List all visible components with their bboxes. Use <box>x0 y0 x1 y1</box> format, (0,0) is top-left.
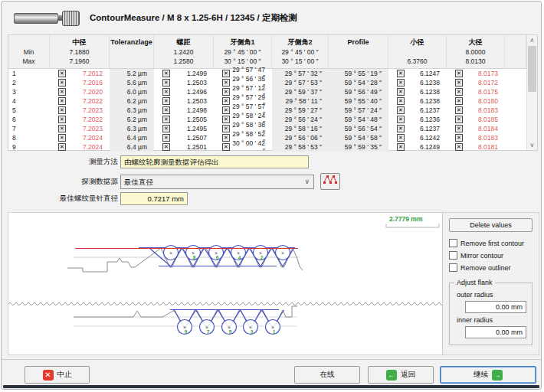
column-limit <box>110 57 153 66</box>
checked-checkbox-icon[interactable]: ✕ <box>222 143 230 151</box>
checked-checkbox-icon[interactable]: ✕ <box>397 79 405 87</box>
column-header[interactable]: 小径6.3760 <box>388 35 447 69</box>
checked-checkbox-icon[interactable]: ✕ <box>455 97 463 105</box>
wire-diameter-field[interactable]: 0.7217 mm <box>120 192 188 205</box>
table-row[interactable]: 9✕7.20246.4 µm✕1.2501✕30 ° 00 ' 42 ″29 °… <box>8 142 526 152</box>
checked-checkbox-icon[interactable]: ✕ <box>58 97 66 105</box>
table-cell: ✕6.1247 <box>388 69 447 78</box>
mirror-contour-checkbox[interactable]: Mirror contour <box>449 251 533 260</box>
checked-checkbox-icon[interactable]: ✕ <box>222 79 230 87</box>
delete-values-button[interactable]: Delete values <box>449 218 533 232</box>
probe-source-dropdown[interactable]: 最佳直径∨ <box>120 175 314 189</box>
checked-checkbox-icon[interactable]: ✕ <box>58 125 66 132</box>
column-header[interactable]: 牙侧角229 ° 45 ' 00 ″30 ° 15 ' 00 ″ <box>272 35 329 69</box>
checked-checkbox-icon[interactable]: ✕ <box>162 79 170 87</box>
checked-checkbox-icon[interactable]: ✕ <box>455 143 463 151</box>
checked-checkbox-icon[interactable]: ✕ <box>222 97 230 105</box>
online-button[interactable]: 在线 <box>294 366 360 384</box>
checked-checkbox-icon[interactable]: ✕ <box>58 88 66 96</box>
row-number: 2 <box>8 79 16 87</box>
wire-number-label: 1 <box>273 329 276 335</box>
probe-visualization-button[interactable] <box>320 173 340 190</box>
measurement-method-field[interactable]: 由螺纹轮廓测量数据评估得出 <box>120 155 309 168</box>
checked-checkbox-icon[interactable]: ✕ <box>58 79 66 87</box>
checked-checkbox-icon[interactable]: ✕ <box>222 116 230 123</box>
checked-checkbox-icon[interactable]: ✕ <box>162 116 170 123</box>
checked-checkbox-icon[interactable]: ✕ <box>58 143 66 151</box>
column-title: 牙侧角1 <box>214 38 271 47</box>
chevron-down-icon: ∨ <box>304 175 310 188</box>
cell-value: 1.2499 <box>170 70 214 77</box>
column-header[interactable]: 中径7.18807.1960 <box>50 35 110 69</box>
outer-radius-input[interactable]: 0.00 mm <box>465 301 526 313</box>
table-cell: 29 ° 57 ' 53 ″ <box>272 78 329 87</box>
cell-value: 6.3 µm <box>110 125 154 132</box>
back-button[interactable]: ←返回 <box>368 366 434 384</box>
dimension-bracket <box>386 224 439 227</box>
column-title: Toleranzlage <box>110 38 153 47</box>
scroll-up-icon[interactable]: ∧ <box>527 35 537 45</box>
checked-checkbox-icon[interactable]: ✕ <box>455 116 463 123</box>
table-cell: 6.4 µm <box>110 133 154 142</box>
checked-checkbox-icon[interactable]: ✕ <box>455 106 463 114</box>
column-header[interactable]: Profile <box>329 35 388 69</box>
checked-checkbox-icon[interactable]: ✕ <box>58 106 66 114</box>
checked-checkbox-icon[interactable]: ✕ <box>397 116 405 123</box>
cell-value: 7.2022 <box>66 116 110 123</box>
table-cell: 29 ° 56 ' 24 ″ <box>272 115 329 124</box>
table-cell: ✕8.0180 <box>447 96 505 106</box>
checked-checkbox-icon[interactable]: ✕ <box>58 70 66 77</box>
checked-checkbox-icon[interactable]: ✕ <box>397 88 405 96</box>
column-title: 中径 <box>50 38 109 47</box>
checked-checkbox-icon[interactable]: ✕ <box>222 134 230 142</box>
table-cell: 4 <box>8 96 50 106</box>
scroll-down-icon[interactable]: ∨ <box>527 140 537 150</box>
checked-checkbox-icon[interactable]: ✕ <box>455 88 463 96</box>
cell-value: 6.1238 <box>405 97 447 105</box>
checked-checkbox-icon[interactable]: ✕ <box>58 134 66 142</box>
column-header[interactable]: 牙侧角129 ° 45 ' 00 ″30 ° 15 ' 00 ″ <box>214 35 272 69</box>
checked-checkbox-icon[interactable]: ✕ <box>162 97 170 105</box>
checked-checkbox-icon[interactable]: ✕ <box>397 143 405 151</box>
column-header[interactable]: 大径8.00008.0130 <box>447 35 505 69</box>
table-cell: ✕30 ° 00 ' 42 ″ <box>214 142 272 152</box>
checkbox-label: Remove first contour <box>460 240 524 247</box>
checked-checkbox-icon[interactable]: ✕ <box>397 97 405 105</box>
checked-checkbox-icon[interactable]: ✕ <box>455 70 463 77</box>
checked-checkbox-icon[interactable]: ✕ <box>162 70 170 77</box>
continue-button[interactable]: 继续→ <box>440 366 536 384</box>
checked-checkbox-icon[interactable]: ✕ <box>222 88 230 96</box>
checked-checkbox-icon[interactable]: ✕ <box>397 106 405 114</box>
column-header[interactable]: 螺距1.24201.2580 <box>154 35 214 69</box>
checked-checkbox-icon[interactable]: ✕ <box>455 134 463 142</box>
table-cell: ✕8.0183 <box>447 106 505 115</box>
table-cell: 5.6 µm <box>110 78 154 87</box>
checked-checkbox-icon[interactable]: ✕ <box>58 116 66 123</box>
checked-checkbox-icon[interactable]: ✕ <box>162 88 170 96</box>
checked-checkbox-icon[interactable]: ✕ <box>397 70 405 77</box>
cell-value: 29 ° 56 ' 06 ″ <box>272 134 329 142</box>
column-header[interactable]: MinMax <box>8 35 50 69</box>
cell-value: 7.2024 <box>66 143 110 151</box>
checked-checkbox-icon[interactable]: ✕ <box>222 106 230 114</box>
checked-checkbox-icon[interactable]: ✕ <box>222 125 230 132</box>
cell-value: 29 ° 57 ' 32 ″ <box>272 70 329 77</box>
checkbox-icon <box>449 251 457 260</box>
abort-button[interactable]: ✕中止 <box>25 366 90 384</box>
scrollbar-thumb[interactable] <box>528 46 536 92</box>
inner-radius-input[interactable]: 0.00 mm <box>465 326 526 338</box>
remove-outliner-checkbox[interactable]: Remove outliner <box>449 263 533 272</box>
table-scrollbar[interactable]: ∧ ∨ <box>526 35 537 150</box>
checked-checkbox-icon[interactable]: ✕ <box>455 79 463 87</box>
checked-checkbox-icon[interactable]: ✕ <box>397 125 405 132</box>
row-number: 3 <box>8 88 16 96</box>
checked-checkbox-icon[interactable]: ✕ <box>162 143 170 151</box>
column-header[interactable]: Toleranzlage <box>110 35 154 69</box>
checked-checkbox-icon[interactable]: ✕ <box>222 70 230 77</box>
remove-first-contour-checkbox[interactable]: Remove first contour <box>449 239 533 247</box>
checked-checkbox-icon[interactable]: ✕ <box>162 125 170 132</box>
checked-checkbox-icon[interactable]: ✕ <box>162 106 170 114</box>
checked-checkbox-icon[interactable]: ✕ <box>455 125 463 132</box>
checked-checkbox-icon[interactable]: ✕ <box>162 134 170 142</box>
checked-checkbox-icon[interactable]: ✕ <box>397 134 405 142</box>
